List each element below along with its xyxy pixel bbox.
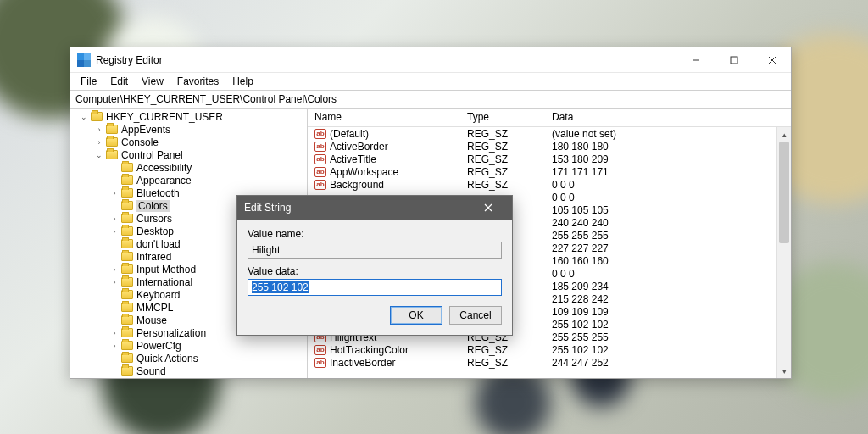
tree-item[interactable]: ⌄Control Panel [74, 148, 307, 161]
folder-icon [121, 303, 133, 312]
maximize-button[interactable] [715, 47, 753, 72]
col-header-type[interactable]: Type [460, 108, 545, 126]
list-header[interactable]: Name Type Data [308, 108, 791, 127]
scroll-down-button[interactable]: ▾ [777, 364, 791, 378]
value-data-cell: (value not set) [545, 128, 791, 140]
ok-button[interactable]: OK [390, 306, 442, 325]
chevron-right-icon[interactable]: › [109, 264, 120, 275]
tree-item-label: don't load [136, 238, 181, 250]
folder-icon [121, 239, 133, 248]
folder-icon [121, 175, 133, 185]
dialog-close-button[interactable] [471, 198, 505, 217]
scroll-track[interactable] [777, 142, 791, 364]
titlebar[interactable]: Registry Editor [70, 47, 791, 73]
cancel-button[interactable]: Cancel [449, 306, 502, 325]
menu-favorites[interactable]: Favorites [170, 74, 225, 89]
value-data-cell: 160 160 160 [545, 255, 791, 267]
value-data-label: Value data: [248, 265, 502, 277]
tree-item[interactable]: Sound [74, 364, 307, 377]
string-value-icon: ab [314, 358, 326, 368]
menu-edit[interactable]: Edit [103, 74, 135, 89]
col-header-name[interactable]: Name [308, 108, 460, 126]
tree-item-label: Mouse [136, 314, 167, 326]
folder-icon [121, 264, 133, 274]
minimize-button[interactable] [676, 47, 715, 72]
value-name-cell: abActiveBorder [308, 141, 460, 153]
value-name-input[interactable] [248, 242, 502, 259]
tree-item-label: Quick Actions [136, 353, 198, 364]
value-name-text: AppWorkspace [330, 166, 398, 178]
chevron-right-icon[interactable]: › [109, 277, 120, 287]
value-name-text: ActiveBorder [330, 141, 388, 153]
tree-item-label: AppEvents [121, 124, 170, 136]
value-name-cell: ab(Default) [308, 128, 460, 140]
chevron-down-icon[interactable]: ⌄ [94, 150, 104, 160]
string-value-icon: ab [314, 345, 326, 355]
tree-item-label: Sound [136, 365, 166, 377]
regedit-icon [77, 53, 91, 67]
value-name-text: ActiveTitle [330, 153, 376, 165]
address-bar[interactable]: Computer\HKEY_CURRENT_USER\Control Panel… [70, 90, 791, 108]
tree-item-label: Keyboard [136, 289, 180, 301]
tree-item-label: Input Method [136, 264, 196, 275]
tree-item[interactable]: Quick Actions [74, 352, 307, 364]
address-path: Computer\HKEY_CURRENT_USER\Control Panel… [75, 93, 337, 105]
value-data-cell: 255 255 255 [545, 230, 791, 242]
vertical-scrollbar[interactable]: ▴ ▾ [776, 127, 791, 378]
value-data-cell: 244 247 252 [545, 357, 791, 369]
value-name-cell: abInactiveBorder [308, 357, 460, 369]
folder-icon [121, 277, 133, 287]
list-row[interactable]: abActiveTitleREG_SZ153 180 209 [308, 153, 791, 165]
value-data-input[interactable]: 255 102 102 [248, 279, 502, 296]
tree-item[interactable]: Accessibility [74, 161, 307, 174]
chevron-right-icon[interactable]: › [94, 125, 104, 135]
tree-item-label: Appearance [136, 175, 192, 186]
value-type-cell: REG_SZ [460, 344, 545, 356]
value-data-selection: 255 102 102 [252, 281, 309, 293]
folder-icon [121, 328, 133, 337]
dialog-titlebar[interactable]: Edit String [237, 196, 512, 220]
list-row[interactable]: ab(Default)REG_SZ(value not set) [308, 127, 791, 140]
tree-item[interactable]: ⌄HKEY_CURRENT_USER [74, 110, 307, 123]
folder-icon [121, 252, 133, 261]
folder-icon [121, 226, 133, 236]
value-data-cell: 227 227 227 [545, 242, 791, 254]
list-row[interactable]: abAppWorkspaceREG_SZ171 171 171 [308, 165, 791, 178]
value-data-cell: 255 255 255 [545, 331, 791, 343]
value-data-cell: 180 180 180 [545, 141, 791, 153]
list-row[interactable]: abInactiveBorderREG_SZ244 247 252 [308, 356, 791, 369]
tree-item[interactable]: ›AppEvents [74, 123, 307, 136]
value-type-cell: REG_SZ [460, 166, 545, 178]
value-data-cell: 215 228 242 [545, 293, 791, 305]
string-value-icon: ab [314, 167, 326, 177]
tree-item[interactable]: Appearance [74, 174, 307, 186]
list-row[interactable]: abActiveBorderREG_SZ180 180 180 [308, 140, 791, 153]
value-name-label: Value name: [248, 228, 502, 240]
col-header-data[interactable]: Data [545, 108, 791, 126]
value-data-cell: 185 209 234 [545, 281, 791, 292]
chevron-right-icon[interactable]: › [109, 341, 120, 351]
scroll-up-button[interactable]: ▴ [777, 127, 791, 142]
tree-item[interactable]: ›Console [74, 136, 307, 148]
chevron-right-icon[interactable]: › [109, 214, 120, 224]
tree-item-label: Personalization [136, 327, 206, 339]
menu-help[interactable]: Help [225, 74, 260, 89]
scroll-thumb[interactable] [779, 142, 789, 243]
value-data-cell: 153 180 209 [545, 153, 791, 165]
close-button[interactable] [753, 47, 791, 72]
tree-item-label: Infrared [136, 251, 171, 263]
chevron-right-icon[interactable]: › [94, 137, 104, 147]
menu-file[interactable]: File [74, 74, 103, 89]
tree-item-label: PowerCfg [136, 340, 181, 352]
chevron-right-icon[interactable]: › [109, 188, 120, 198]
menu-view[interactable]: View [135, 74, 170, 89]
folder-icon [121, 353, 133, 363]
chevron-down-icon[interactable]: ⌄ [79, 112, 89, 122]
tree-item[interactable]: ›PowerCfg [74, 339, 307, 352]
value-data-cell: 240 240 240 [545, 217, 791, 229]
window-title: Registry Editor [96, 54, 676, 66]
list-row[interactable]: abHotTrackingColorREG_SZ255 102 102 [308, 343, 791, 356]
chevron-right-icon[interactable]: › [109, 226, 120, 236]
chevron-right-icon[interactable]: › [109, 328, 120, 338]
list-row[interactable]: abBackgroundREG_SZ0 0 0 [308, 178, 791, 191]
